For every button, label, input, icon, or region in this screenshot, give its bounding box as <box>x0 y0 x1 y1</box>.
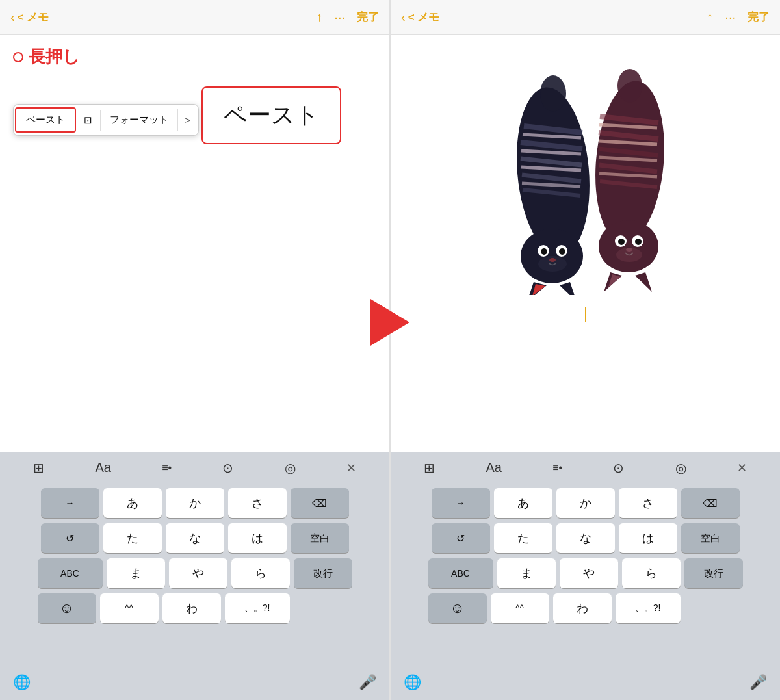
right-key-ra[interactable]: ら <box>622 558 681 588</box>
right-key-wa[interactable]: わ <box>553 593 612 623</box>
left-camera-icon[interactable]: ⊙ <box>222 460 233 476</box>
right-font-icon[interactable]: Aa <box>486 460 501 475</box>
right-more-icon[interactable]: ··· <box>725 10 736 25</box>
right-key-wave[interactable]: ^^ <box>491 593 549 623</box>
right-globe-icon[interactable]: 🌐 <box>404 674 421 691</box>
right-key-ta[interactable]: た <box>494 523 552 553</box>
left-list-icon[interactable]: ≡• <box>162 462 172 474</box>
context-menu: ペースト ⊡ フォーマット > <box>13 104 199 136</box>
left-key-return[interactable]: 改行 <box>294 558 352 588</box>
right-key-arrow[interactable]: → <box>432 488 490 518</box>
left-key-ra[interactable]: ら <box>231 558 290 588</box>
left-note-icon[interactable]: ◎ <box>285 460 296 476</box>
left-key-arrow[interactable]: → <box>41 488 99 518</box>
text-cursor <box>585 307 586 322</box>
left-nav-title: < メモ <box>18 10 49 25</box>
left-done-button[interactable]: 完了 <box>357 10 379 25</box>
left-chevron-icon: ‹ <box>10 10 15 25</box>
right-key-row-1: → あ か さ ⌫ <box>393 488 777 518</box>
left-key-ma[interactable]: ま <box>107 558 165 588</box>
right-back-button[interactable]: ‹ < メモ <box>401 10 439 25</box>
right-table-icon[interactable]: ⊞ <box>424 460 435 476</box>
right-key-ka[interactable]: か <box>556 488 615 518</box>
left-key-ta[interactable]: た <box>103 523 162 553</box>
right-close-icon[interactable]: ✕ <box>737 461 747 475</box>
left-key-punct[interactable]: 、。?! <box>225 593 290 623</box>
right-mic-icon[interactable]: 🎤 <box>749 674 767 691</box>
right-key-abc[interactable]: ABC <box>428 558 493 588</box>
right-panel: ‹ < メモ ↑ ··· 完了 <box>390 0 780 700</box>
left-key-row-3: ABC ま や ら 改行 <box>3 558 387 588</box>
left-close-icon[interactable]: ✕ <box>346 461 356 475</box>
svg-point-11 <box>521 229 583 283</box>
longpress-label: 長押し <box>13 45 376 68</box>
context-menu-wrapper: ペースト ⊡ フォーマット > <box>13 104 199 136</box>
right-key-row-4: ☺ ^^ わ 、。?! <box>393 593 777 623</box>
right-done-button[interactable]: 完了 <box>748 10 770 25</box>
left-globe-icon[interactable]: 🌐 <box>13 674 31 691</box>
left-content: 長押し ペースト ⊡ フォーマット > ペースト <box>0 35 389 452</box>
left-mic-icon[interactable]: 🎤 <box>359 674 376 691</box>
right-key-sa[interactable]: さ <box>619 488 677 518</box>
svg-point-41 <box>540 75 566 112</box>
right-key-ya[interactable]: や <box>560 558 618 588</box>
context-more-button[interactable]: > <box>178 110 197 130</box>
left-back-button[interactable]: ‹ < メモ <box>10 10 49 25</box>
left-key-a[interactable]: あ <box>103 488 162 518</box>
right-note-icon[interactable]: ◎ <box>675 460 686 476</box>
right-list-icon[interactable]: ≡• <box>552 462 562 474</box>
left-keyboard-toolbar: ⊞ Aa ≡• ⊙ ◎ ✕ <box>0 452 389 483</box>
paste-button-box[interactable]: ペースト <box>202 86 341 144</box>
right-key-undo[interactable]: ↺ <box>432 523 490 553</box>
right-key-row-2: ↺ た な は 空白 <box>393 523 777 553</box>
left-key-sa[interactable]: さ <box>228 488 287 518</box>
left-table-icon[interactable]: ⊞ <box>33 460 44 476</box>
left-keyboard-bottom: 🌐 🎤 <box>0 665 389 700</box>
right-key-ma[interactable]: ま <box>497 558 556 588</box>
left-font-icon[interactable]: Aa <box>95 460 110 475</box>
right-note-content <box>391 35 780 452</box>
context-scan-icon[interactable]: ⊡ <box>76 110 101 131</box>
left-key-row-2: ↺ た な は 空白 <box>3 523 387 553</box>
left-key-row-1: → あ か さ ⌫ <box>3 488 387 518</box>
right-chevron-icon: ‹ <box>401 10 406 25</box>
right-share-icon[interactable]: ↑ <box>707 10 713 25</box>
svg-point-18 <box>559 248 566 255</box>
svg-point-20 <box>538 256 567 272</box>
right-nav-icons: ↑ ··· 完了 <box>707 10 770 25</box>
context-paste-button[interactable]: ペースト <box>17 109 74 131</box>
svg-point-37 <box>618 239 625 245</box>
left-key-ya[interactable]: や <box>169 558 228 588</box>
right-key-space[interactable]: 空白 <box>681 523 740 553</box>
left-key-ha[interactable]: は <box>228 523 287 553</box>
left-key-abc[interactable]: ABC <box>38 558 103 588</box>
right-camera-icon[interactable]: ⊙ <box>613 460 624 476</box>
right-key-a[interactable]: あ <box>494 488 552 518</box>
left-key-emoji[interactable]: ☺ <box>38 593 96 623</box>
arrow-shape <box>370 299 410 346</box>
right-key-na[interactable]: な <box>556 523 615 553</box>
right-keyboard-bottom: 🌐 🎤 <box>391 665 780 700</box>
right-key-ha[interactable]: は <box>619 523 677 553</box>
right-key-emoji[interactable]: ☺ <box>428 593 487 623</box>
right-key-punct[interactable]: 、。?! <box>616 593 681 623</box>
svg-point-31 <box>599 220 658 272</box>
left-key-na[interactable]: な <box>166 523 224 553</box>
left-keyboard: → あ か さ ⌫ ↺ た な は 空白 ABC ま や ら 改行 ☺ ^^ わ… <box>0 483 389 665</box>
left-key-wa[interactable]: わ <box>162 593 221 623</box>
right-key-delete[interactable]: ⌫ <box>681 488 740 518</box>
left-panel: ‹ < メモ ↑ ··· 完了 長押し ペースト ⊡ フォーマット > <box>0 0 390 700</box>
left-nav-icons: ↑ ··· 完了 <box>316 10 379 25</box>
left-more-icon[interactable]: ··· <box>334 10 345 25</box>
left-key-wave[interactable]: ^^ <box>100 593 159 623</box>
left-key-undo[interactable]: ↺ <box>41 523 99 553</box>
svg-point-38 <box>635 239 642 245</box>
context-format-button[interactable]: フォーマット <box>101 109 178 131</box>
left-share-icon[interactable]: ↑ <box>316 10 322 25</box>
right-nav-title: < メモ <box>408 10 440 25</box>
right-key-return[interactable]: 改行 <box>684 558 743 588</box>
left-key-delete[interactable]: ⌫ <box>291 488 349 518</box>
left-key-ka[interactable]: か <box>166 488 224 518</box>
left-key-space[interactable]: 空白 <box>291 523 349 553</box>
paste-outline: ペースト <box>15 107 76 133</box>
